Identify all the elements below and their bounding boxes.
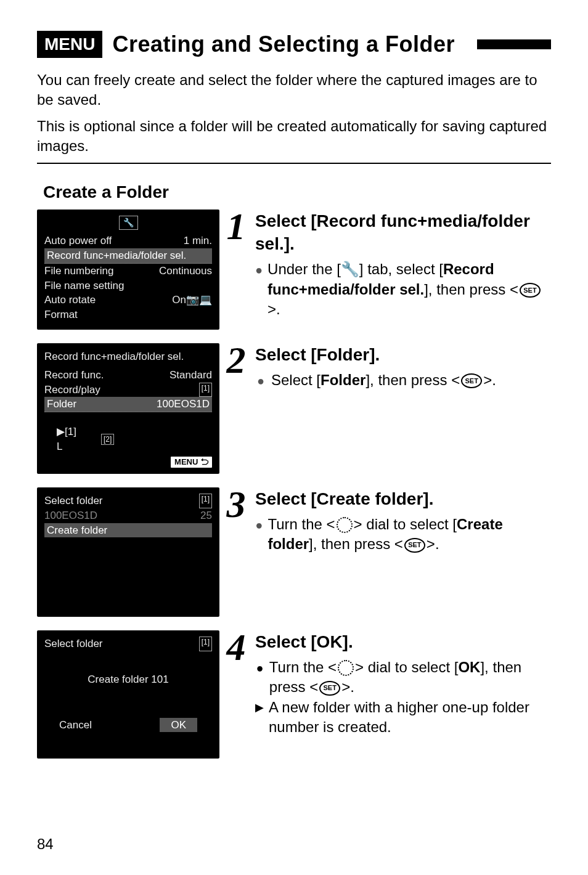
step-1-body: Under the [🔧] tab, select [Record func+m…	[267, 259, 551, 319]
step-1-heading: Select [Record func+media/folder sel.].	[255, 210, 551, 256]
bullet-icon: ●	[255, 517, 263, 534]
wrench-tab-icon: 🔧	[119, 216, 138, 230]
menu-item: Record/play	[44, 383, 100, 397]
section-heading: Create a Folder	[43, 182, 551, 202]
menu-value: [1]	[199, 383, 212, 397]
step-4-body-1: Turn the <> dial to select [OK], then pr…	[269, 657, 551, 698]
card-2-icon: [2]	[101, 434, 114, 446]
divider	[37, 163, 551, 164]
page-title: Creating and Selecting a Folder	[112, 31, 455, 57]
step-number-2: 2	[226, 343, 247, 378]
card-icon: [1]	[199, 494, 212, 508]
step-3-body: Turn the <> dial to select [Create folde…	[267, 515, 551, 555]
menu-item: Format	[44, 307, 212, 322]
play-card-icon: ▶[1]L	[57, 425, 76, 454]
card-icon: [1]	[199, 637, 212, 651]
intro-paragraph-2: This is optional since a folder will be …	[37, 116, 551, 157]
menu-value: Continuous	[159, 264, 212, 279]
ok-button-selected: OK	[160, 718, 197, 733]
screen-title: Select folder	[44, 494, 103, 508]
triangle-bullet-icon: ▶	[255, 700, 264, 715]
menu-item-selected: Folder	[47, 397, 76, 412]
set-button-icon: SET	[404, 538, 425, 553]
menu-item: File name setting	[44, 279, 212, 293]
menu-item: Record func.	[44, 368, 104, 383]
menu-value: Standard	[169, 368, 212, 383]
screen-2: Record func+media/folder sel. Record fun…	[37, 343, 219, 474]
screen-title: Select folder	[44, 637, 103, 651]
dial-icon	[337, 517, 353, 533]
bullet-icon: ●	[255, 660, 264, 677]
screen-1: 🔧 Auto power off1 min. Record func+media…	[37, 210, 219, 330]
title-rule	[477, 39, 551, 49]
menu-item-selected: Record func+media/folder sel.	[44, 248, 212, 264]
page-number: 84	[37, 836, 54, 853]
intro-paragraph-1: You can freely create and select the fol…	[37, 70, 551, 110]
menu-value: On📷💻	[172, 293, 212, 307]
menu-value: 1 min.	[184, 234, 212, 248]
step-number-1: 1	[226, 210, 247, 244]
step-4-body-2: A new folder with a higher one-up folder…	[269, 698, 551, 738]
dial-icon	[338, 660, 354, 676]
menu-item: Auto power off	[44, 234, 112, 248]
menu-value: 100EOS1D	[157, 397, 210, 412]
step-2-heading: Select [Folder].	[255, 343, 551, 367]
folder-count: 25	[200, 508, 212, 523]
menu-badge: MENU	[37, 31, 102, 58]
set-button-icon: SET	[520, 283, 541, 298]
step-4-heading: Select [OK].	[255, 630, 551, 654]
bullet-icon: ●	[255, 262, 263, 279]
folder-item: 100EOS1D	[44, 508, 97, 523]
dialog-message: Create folder 101	[44, 672, 212, 687]
menu-item-selected: Create folder	[44, 523, 212, 538]
step-number-4: 4	[226, 630, 247, 665]
screen-title: Record func+media/folder sel.	[44, 349, 212, 364]
menu-item: File numbering	[44, 264, 113, 279]
menu-return-badge: MENU ⮌	[169, 455, 213, 469]
bullet-icon: ●	[255, 373, 266, 389]
cancel-button: Cancel	[59, 718, 92, 733]
set-button-icon: SET	[461, 373, 482, 388]
menu-item: Auto rotate	[44, 293, 96, 307]
screen-3: Select folder[1] 100EOS1D25 Create folde…	[37, 487, 219, 617]
step-number-3: 3	[226, 487, 247, 522]
step-3-heading: Select [Create folder].	[255, 487, 551, 511]
screen-4: Select folder[1] Create folder 101 Cance…	[37, 630, 219, 759]
set-button-icon: SET	[319, 681, 340, 696]
step-2-body: Select [Folder], then press <SET>.	[271, 370, 496, 390]
